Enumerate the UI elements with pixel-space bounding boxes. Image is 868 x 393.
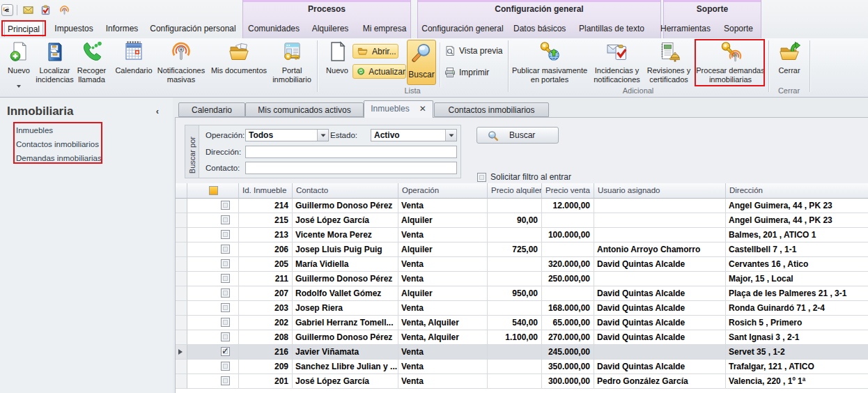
row-checkbox[interactable]	[221, 245, 230, 254]
cell-operacion: Venta	[398, 199, 488, 213]
row-checkbox[interactable]	[221, 303, 230, 312]
cell-usuario	[594, 199, 726, 213]
row-indicator-cell	[176, 272, 187, 286]
cell-direccion: Major, 15 , Local	[726, 272, 868, 286]
document-tab-mis-comunicados[interactable]: Mis comunicados activos	[245, 102, 364, 117]
column-header-precio_alquiler[interactable]: Precio alquiler	[488, 183, 542, 199]
collapse-sidebar-icon[interactable]: ‹	[152, 106, 163, 117]
ribbon-tab-plantillas-de-texto[interactable]: Plantillas de texto	[577, 21, 646, 37]
row-checkbox-cell	[187, 286, 239, 301]
item-separator	[440, 43, 440, 87]
portal-inmobiliario-button[interactable]: Portal inmobiliario	[270, 39, 314, 96]
ribbon-tab-datos-basicos[interactable]: Datos básicos	[513, 21, 565, 37]
contacto-input[interactable]	[245, 162, 457, 174]
row-checkbox[interactable]	[221, 332, 230, 341]
ribbon-tab-mi-empresa[interactable]: Mi empresa	[360, 21, 409, 37]
dropdown-button[interactable]	[317, 130, 328, 141]
refresh-icon	[357, 66, 364, 77]
ribbon-tab-configuracion-personal[interactable]: Configuración personal	[149, 21, 237, 37]
ribbon-tab-soporte[interactable]: Soporte	[720, 21, 757, 37]
row-indicator-cell	[176, 374, 187, 389]
row-checkbox[interactable]	[221, 376, 230, 385]
table-row[interactable]: 207Rodolfo Vallet GómezAlquiler950,00Dav…	[176, 286, 868, 301]
header-select-all-checkbox[interactable]	[187, 183, 239, 199]
table-row[interactable]: 213Vicente Mora PerezVenta100.000,00Balm…	[176, 228, 868, 242]
ribbon-tab-impuestos[interactable]: Impuestos	[52, 21, 96, 37]
row-checkbox[interactable]	[221, 288, 230, 298]
contextual-group-label: Procesos	[243, 4, 410, 14]
vista-previa-button[interactable]: Vista previa	[444, 44, 502, 58]
sidebar-item-inmuebles[interactable]: Inmuebles	[16, 125, 53, 135]
ribbon-tab-configuracion-general[interactable]: Configuración general	[421, 21, 504, 37]
table-row[interactable]: 205María VidiellaVenta320.000,00David Qu…	[176, 257, 868, 272]
dropdown-button[interactable]	[445, 130, 456, 141]
table-row[interactable]: 203Josep RieraVenta168.000,00David Quint…	[176, 301, 868, 316]
row-checkbox[interactable]	[221, 215, 230, 224]
quick-access-separator	[17, 5, 17, 15]
close-tab-icon[interactable]: ✕	[419, 101, 426, 117]
select-value: Activo	[374, 130, 400, 141]
ribbon-tab-informes[interactable]: Informes	[102, 21, 142, 37]
abrir-button[interactable]: Abrir...	[352, 44, 398, 59]
cell-usuario	[594, 228, 726, 242]
sidebar-item-contactos-inmobiliarios[interactable]: Contactos inmobiliarios	[16, 139, 99, 149]
broadcast-icon[interactable]	[59, 5, 70, 15]
row-checkbox[interactable]	[221, 362, 230, 371]
envelope-clipboard-icon	[606, 40, 628, 63]
column-header-precio_venta[interactable]: Precio venta	[542, 183, 594, 199]
row-indicator-cell	[176, 257, 187, 272]
operacion-select[interactable]: Todos	[245, 129, 329, 141]
imprimir-button[interactable]: Imprimir	[444, 66, 489, 79]
buscar-filter-button[interactable]: Buscar	[476, 127, 559, 144]
cell-operacion: Alquiler	[398, 286, 488, 301]
document-tab-calendario[interactable]: Calendario	[178, 102, 245, 117]
table-row[interactable]: 208Guillermo Donoso PérezVenta, Alquiler…	[176, 330, 868, 345]
ribbon-tab-principal[interactable]: Principal	[4, 21, 43, 37]
document-tab-inmuebles[interactable]: Inmuebles✕	[364, 100, 433, 118]
clipboard-check-icon[interactable]	[40, 5, 51, 15]
table-row[interactable]: 202Gabriel Herranz Tomell...Venta, Alqui…	[176, 316, 868, 330]
row-checkbox-cell	[187, 374, 239, 389]
estado-select[interactable]: Activo	[371, 129, 457, 141]
quick-access-app-button[interactable]	[1, 4, 13, 16]
document-tab-contactos-inmobiliarios[interactable]: Contactos inmobiliarios	[434, 102, 549, 117]
table-row[interactable]: 201José López GarcíaVenta300.000,00Pedro…	[176, 374, 868, 389]
row-checkbox[interactable]	[221, 230, 230, 239]
actualizar-button[interactable]: Actualizar	[352, 64, 406, 79]
row-indicator-cell	[176, 330, 187, 345]
column-header-id[interactable]: Id. Inmueble	[239, 183, 293, 199]
button-label: Abrir...	[372, 47, 396, 56]
cell-contacto: Javier Viñamata	[293, 345, 398, 360]
ribbon-tab-herramientas[interactable]: Herramientas	[660, 21, 709, 37]
sidebar-item-demandas-inmobiliarias[interactable]: Demandas inmobiliarias	[16, 153, 102, 163]
cell-precio_venta	[542, 242, 594, 257]
column-header-direccion[interactable]: Dirección	[726, 183, 868, 199]
row-checkbox-cell	[187, 301, 239, 316]
cell-contacto: Guillermo Donoso Pérez	[293, 199, 398, 213]
cell-precio_venta	[542, 213, 594, 228]
row-checkbox[interactable]	[221, 274, 230, 283]
row-checkbox[interactable]	[221, 201, 230, 210]
table-row[interactable]: 209Sanchez Llibre Julian y ...Venta350.0…	[176, 360, 868, 374]
solicitar-filtro-checkbox[interactable]	[477, 173, 486, 182]
select-all-checkbox[interactable]	[209, 186, 218, 195]
cell-usuario: David Quintas Alcalde	[594, 360, 726, 374]
table-row[interactable]: 206Josep Lluis Puig PuigAlquiler725,00An…	[176, 242, 868, 257]
buscar-button[interactable]: Buscar	[407, 40, 436, 85]
mail-icon[interactable]	[23, 5, 33, 15]
column-header-usuario[interactable]: Usuario asignado	[594, 183, 726, 199]
row-checkbox[interactable]	[221, 259, 230, 268]
table-row[interactable]: 211Guillermo Donoso PérezVenta250.000,00…	[176, 272, 868, 286]
row-checkbox[interactable]	[221, 318, 230, 327]
row-checkbox[interactable]: ✓	[221, 347, 230, 356]
row-indicator-cell	[176, 228, 187, 242]
ribbon-tab-alquileres[interactable]: Alquileres	[309, 21, 352, 37]
table-row[interactable]: 215José López GarcíaAlquiler90,00Angel G…	[176, 213, 868, 228]
column-header-operacion[interactable]: Operación	[398, 183, 488, 199]
ribbon-tab-comunidades[interactable]: Comunidades	[247, 21, 301, 37]
table-row[interactable]: 214Guillermo Donoso PérezVenta12.000,00A…	[176, 199, 868, 213]
cell-contacto: María Vidiella	[293, 257, 398, 272]
direccion-input[interactable]	[245, 146, 457, 158]
column-header-contacto[interactable]: Contacto	[293, 183, 398, 199]
table-row[interactable]: ✓216Javier ViñamataVenta245.000,00Servet…	[176, 345, 868, 360]
